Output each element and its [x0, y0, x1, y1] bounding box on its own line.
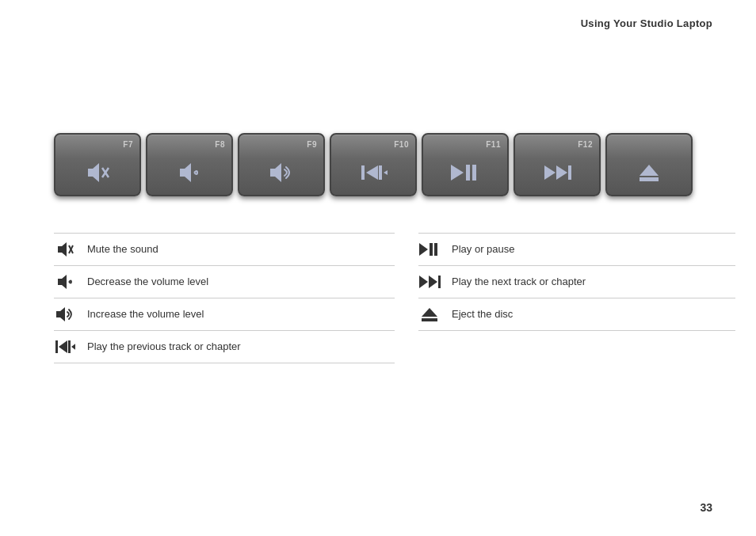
- svg-rect-27: [430, 243, 433, 256]
- legend-prev-track-text: Play the previous track or chapter: [87, 340, 241, 354]
- key-f9: F9: [238, 133, 325, 196]
- vol-up-icon: [267, 162, 296, 184]
- page-number: 33: [700, 501, 712, 514]
- mute-icon: [85, 162, 110, 184]
- legend-item-mute: Mute the sound: [54, 233, 395, 266]
- svg-marker-26: [419, 243, 428, 256]
- eject-icon: [636, 162, 662, 184]
- legend-vol-down-text: Decrease the volume level: [87, 276, 208, 289]
- svg-marker-20: [58, 275, 67, 289]
- legend-play-pause-text: Play or pause: [452, 243, 515, 257]
- key-f9-label: F9: [307, 140, 317, 149]
- legend-eject-icon: [418, 306, 441, 322]
- legend-item-next-track: Play the next track or chapter: [418, 266, 735, 298]
- svg-marker-15: [640, 165, 659, 176]
- svg-rect-10: [466, 165, 470, 181]
- page-header-title: Using Your Studio Laptop: [581, 17, 712, 29]
- key-f10: F10: [330, 133, 417, 196]
- legend-item-prev-track: Play the previous track or chapter: [54, 331, 395, 363]
- svg-marker-8: [384, 165, 388, 180]
- svg-marker-12: [544, 165, 556, 180]
- svg-marker-32: [422, 308, 437, 317]
- legend-vol-down-icon: [54, 274, 76, 290]
- legend-vol-up-icon: [54, 306, 76, 322]
- legend-left: Mute the sound Decrease the volume level…: [54, 233, 395, 363]
- svg-marker-4: [270, 163, 281, 182]
- legend-right: Play or pause Play the next track or cha…: [395, 233, 735, 363]
- key-f7-label: F7: [123, 140, 133, 149]
- key-f12-label: F12: [578, 140, 593, 149]
- vol-down-icon: [177, 162, 202, 184]
- svg-marker-25: [71, 340, 75, 353]
- key-f12: F12: [514, 133, 601, 196]
- keys-row: F7 F8 F9 F10: [54, 133, 693, 196]
- legend-mute-text: Mute the sound: [87, 243, 158, 257]
- legend-eject-text: Eject the disc: [452, 308, 513, 321]
- legend-item-eject: Eject the disc: [418, 298, 735, 331]
- legend-next-track-icon: [418, 274, 441, 290]
- legend: Mute the sound Decrease the volume level…: [54, 233, 735, 363]
- svg-rect-33: [422, 318, 437, 321]
- svg-marker-0: [88, 163, 99, 182]
- next-track-icon: [543, 162, 571, 184]
- legend-item-vol-up: Increase the volume level: [54, 298, 395, 331]
- svg-marker-6: [366, 165, 378, 180]
- svg-rect-16: [640, 177, 659, 181]
- svg-rect-28: [434, 243, 437, 256]
- svg-marker-13: [556, 165, 567, 180]
- key-f8: F8: [146, 133, 233, 196]
- svg-rect-24: [68, 340, 71, 353]
- svg-marker-17: [58, 242, 67, 257]
- legend-prev-track-icon: [54, 339, 76, 355]
- legend-item-play-pause: Play or pause: [418, 233, 735, 266]
- svg-marker-23: [59, 340, 67, 353]
- svg-rect-14: [568, 165, 571, 180]
- legend-item-vol-down: Decrease the volume level: [54, 266, 395, 298]
- key-f8-label: F8: [215, 140, 225, 149]
- svg-marker-3: [180, 163, 191, 182]
- legend-next-track-text: Play the next track or chapter: [452, 276, 586, 289]
- prev-track-icon: [359, 162, 388, 184]
- svg-marker-29: [419, 276, 428, 288]
- play-pause-icon: [449, 162, 481, 184]
- svg-marker-9: [451, 165, 464, 181]
- svg-marker-30: [429, 276, 437, 288]
- svg-rect-11: [472, 165, 476, 181]
- svg-rect-22: [55, 340, 58, 353]
- key-f11-label: F11: [486, 140, 501, 149]
- svg-rect-5: [361, 165, 365, 180]
- legend-mute-icon: [54, 241, 76, 257]
- key-f10-label: F10: [394, 140, 409, 149]
- legend-play-pause-icon: [418, 241, 441, 257]
- key-f11: F11: [422, 133, 509, 196]
- svg-marker-21: [56, 307, 65, 321]
- svg-rect-31: [438, 276, 441, 288]
- key-f7: F7: [54, 133, 141, 196]
- legend-vol-up-text: Increase the volume level: [87, 308, 204, 321]
- key-eject: [605, 133, 693, 196]
- svg-rect-7: [379, 165, 382, 180]
